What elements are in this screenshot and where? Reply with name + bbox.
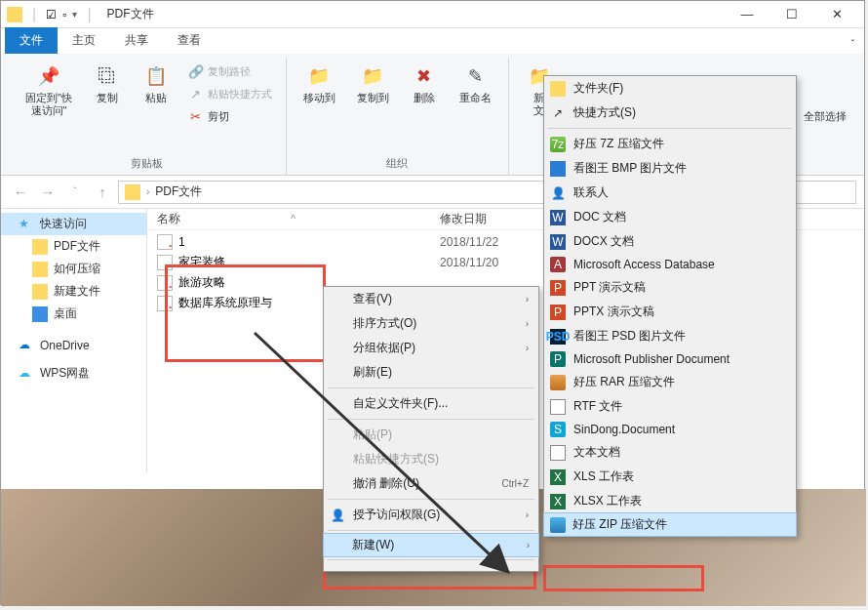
menu-new-accdb[interactable]: AMicrosoft Access Database (544, 254, 796, 275)
pin-quickaccess-button[interactable]: 📌 固定到"快 速访问" (19, 58, 79, 122)
shortcut-icon: ↗ (550, 105, 566, 121)
delete-icon: ✖ (411, 62, 438, 90)
7z-icon: 7z (550, 137, 566, 152)
up-button[interactable]: ↑ (91, 181, 114, 204)
xls-icon: X (550, 469, 566, 485)
psd-icon: PSD (550, 329, 566, 345)
docx-icon: W (550, 234, 566, 250)
copyto-icon: 📁 (359, 62, 386, 90)
menu-new-contact[interactable]: 👤联系人 (544, 181, 796, 205)
menu-new-doc[interactable]: WDOC 文档 (544, 205, 796, 229)
copy-button[interactable]: ⿻ 复制 (87, 58, 128, 109)
nav-onedrive[interactable]: ☁OneDrive (1, 335, 146, 356)
nav-desktop[interactable]: 桌面 (1, 303, 146, 325)
pin-icon: 📌 (35, 62, 62, 90)
copyto-button[interactable]: 📁 复制到 (350, 58, 396, 109)
menu-new-ppt[interactable]: PPPT 演示文稿 (544, 275, 796, 300)
menu-new-pub[interactable]: PMicrosoft Publisher Document (544, 348, 796, 370)
cloud-icon: ☁ (19, 366, 34, 382)
rename-icon: ✎ (461, 62, 489, 90)
paste-button[interactable]: 📋 粘贴 (136, 58, 177, 109)
nav-quick-access[interactable]: ★快速访问 (1, 213, 146, 235)
close-button[interactable]: ✕ (815, 3, 858, 26)
xlsx-icon: X (550, 494, 566, 509)
titlebar: | ☑ ▫ ▾ | PDF文件 ― ☐ ✕ (1, 1, 864, 28)
menu-new-bmp[interactable]: 看图王 BMP 图片文件 (544, 156, 796, 181)
menu-new-xlsx[interactable]: XXLSX 工作表 (544, 489, 796, 513)
zip-icon (550, 517, 566, 533)
menu-undo[interactable]: 撤消 删除(U)Ctrl+Z (324, 471, 538, 496)
menu-new-psd[interactable]: PSD看图王 PSD 图片文件 (544, 324, 796, 348)
menu-new-7z[interactable]: 7z好压 7Z 压缩文件 (544, 132, 796, 156)
menu-view[interactable]: 查看(V)› (324, 287, 538, 311)
tab-file[interactable]: 文件 (5, 27, 58, 54)
forward-button[interactable]: → (36, 181, 59, 204)
menu-new-rar[interactable]: 好压 RAR 压缩文件 (544, 370, 796, 394)
menu-group[interactable]: 分组依据(P)› (324, 336, 538, 360)
menu-new-xls[interactable]: XXLS 工作表 (544, 465, 796, 489)
menu-customize[interactable]: 自定义文件夹(F)... (324, 391, 538, 416)
tab-home[interactable]: 主页 (58, 27, 110, 54)
tab-share[interactable]: 共享 (110, 27, 163, 54)
accdb-icon: A (550, 257, 566, 272)
moveto-icon: 📁 (305, 62, 333, 90)
pdf-icon (157, 234, 173, 250)
recent-dropdown[interactable]: ˇ (63, 181, 87, 204)
delete-button[interactable]: ✖ 删除 (404, 58, 445, 109)
nav-wps[interactable]: ☁WPS网盘 (1, 362, 146, 385)
rar-icon (550, 375, 566, 390)
qat-item[interactable]: ▫ (62, 8, 66, 21)
menu-new-pptx[interactable]: PPPTX 演示文稿 (544, 300, 796, 324)
pdf-icon (157, 275, 173, 291)
desktop-icon (32, 306, 48, 322)
group-organize-label: 组织 (386, 154, 408, 175)
column-header-name[interactable]: 名称 ^ (157, 211, 440, 227)
folder-icon (32, 239, 48, 255)
ribbon-collapse-icon[interactable]: ˇ (842, 35, 864, 54)
menu-new-rtf[interactable]: RTF 文件 (544, 394, 796, 419)
minimize-button[interactable]: ― (726, 3, 769, 26)
menu-paste-shortcut[interactable]: 粘贴快捷方式(S) (324, 447, 538, 471)
menu-new-txt[interactable]: 文本文档 (544, 440, 796, 465)
menu-new-shortcut[interactable]: ↗快捷方式(S) (544, 101, 796, 125)
back-button[interactable]: ← (9, 181, 32, 204)
bmp-icon (550, 161, 566, 177)
explorer-window: | ☑ ▫ ▾ | PDF文件 ― ☐ ✕ 文件 主页 共享 查看 ˇ 📌 固定… (0, 0, 865, 605)
nav-newfolder[interactable]: 新建文件 (1, 280, 146, 303)
window-title: PDF文件 (107, 6, 154, 22)
menu-sort[interactable]: 排序方式(O)› (324, 311, 538, 336)
tab-view[interactable]: 查看 (163, 27, 216, 54)
context-menu-main: 查看(V)› 排序方式(O)› 分组依据(P)› 刷新(E) 自定义文件夹(F)… (323, 286, 539, 572)
rtf-icon (550, 399, 566, 415)
app-icon (7, 7, 22, 22)
breadcrumb-folder[interactable]: PDF文件 (155, 183, 202, 200)
moveto-button[interactable]: 📁 移动到 (296, 58, 342, 109)
nav-howcompress-folder[interactable]: 如何压缩 (1, 258, 146, 280)
maximize-button[interactable]: ☐ (770, 3, 813, 26)
contact-icon: 👤 (550, 185, 566, 201)
menu-permission[interactable]: 👤授予访问权限(G)› (324, 503, 538, 527)
folder-icon (125, 184, 140, 200)
menu-paste[interactable]: 粘贴(P) (324, 423, 538, 447)
nav-pane: ★快速访问 PDF文件 如何压缩 新建文件 桌面 ☁OneDrive ☁WPS网… (1, 209, 147, 472)
menu-refresh[interactable]: 刷新(E) (324, 360, 538, 385)
menu-new-zip[interactable]: 好压 ZIP 压缩文件 (543, 512, 797, 537)
menu-new-sindong[interactable]: SSinDong.Document (544, 419, 796, 440)
menu-new[interactable]: 新建(W)› (323, 533, 539, 557)
sindong-icon: S (550, 422, 566, 437)
nav-pdf-folder[interactable]: PDF文件 (1, 235, 146, 258)
copy-icon: ⿻ (94, 62, 121, 90)
pptx-icon: P (550, 305, 566, 320)
folder-icon (32, 262, 48, 277)
qat-item[interactable]: ☑ (46, 8, 57, 21)
cut-button[interactable]: ✂剪切 (184, 106, 276, 126)
menu-new-folder[interactable]: 文件夹(F) (544, 76, 796, 101)
menu-new-docx[interactable]: WDOCX 文档 (544, 229, 796, 254)
star-icon: ★ (19, 217, 34, 232)
copy-path-button[interactable]: 🔗复制路径 (184, 61, 276, 81)
ppt-icon: P (550, 280, 566, 296)
qat-dropdown[interactable]: ▾ (72, 9, 77, 20)
rename-button[interactable]: ✎ 重命名 (453, 58, 498, 109)
paste-shortcut-button[interactable]: ↗粘贴快捷方式 (184, 84, 276, 103)
folder-icon (550, 81, 566, 97)
